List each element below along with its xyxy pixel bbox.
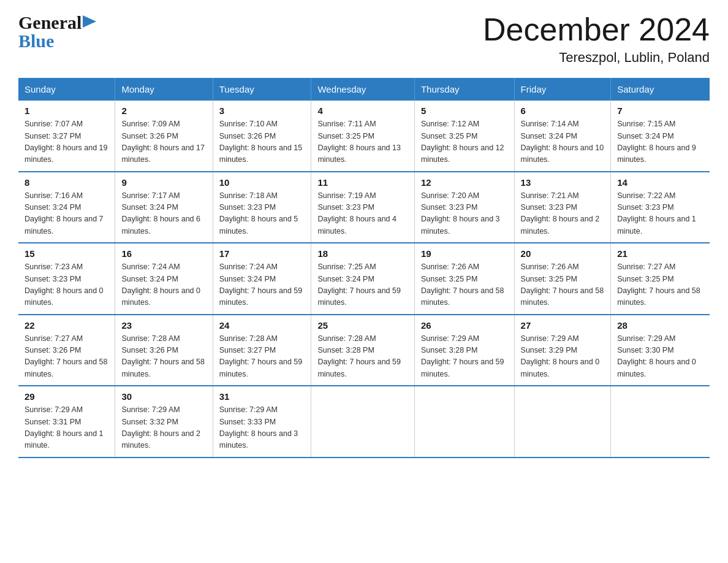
day-info: Sunrise: 7:07 AMSunset: 3:27 PMDaylight:…	[25, 118, 108, 166]
calendar-cell: 3Sunrise: 7:10 AMSunset: 3:26 PMDaylight…	[213, 101, 311, 172]
calendar-cell: 23Sunrise: 7:28 AMSunset: 3:26 PMDayligh…	[115, 315, 213, 386]
calendar-cell: 26Sunrise: 7:29 AMSunset: 3:28 PMDayligh…	[414, 315, 514, 386]
calendar-cell: 1Sunrise: 7:07 AMSunset: 3:27 PMDaylight…	[18, 101, 115, 172]
day-number: 16	[121, 248, 206, 259]
day-info: Sunrise: 7:14 AMSunset: 3:24 PMDaylight:…	[521, 118, 605, 166]
week-row-2: 8Sunrise: 7:16 AMSunset: 3:24 PMDaylight…	[18, 172, 710, 243]
day-info: Sunrise: 7:28 AMSunset: 3:27 PMDaylight:…	[219, 333, 305, 381]
calendar-cell	[514, 386, 611, 458]
calendar-cell: 12Sunrise: 7:20 AMSunset: 3:23 PMDayligh…	[414, 172, 514, 243]
calendar-cell: 9Sunrise: 7:17 AMSunset: 3:24 PMDaylight…	[115, 172, 213, 243]
calendar-cell: 29Sunrise: 7:29 AMSunset: 3:31 PMDayligh…	[18, 386, 115, 458]
day-number: 1	[25, 105, 108, 116]
day-number: 19	[421, 248, 508, 259]
col-thursday: Thursday	[414, 78, 514, 101]
day-number: 17	[219, 248, 305, 259]
col-sunday: Sunday	[18, 78, 115, 101]
day-number: 24	[219, 320, 305, 331]
day-number: 27	[521, 320, 605, 331]
day-info: Sunrise: 7:29 AMSunset: 3:33 PMDaylight:…	[219, 404, 305, 452]
week-row-1: 1Sunrise: 7:07 AMSunset: 3:27 PMDaylight…	[18, 101, 710, 172]
day-info: Sunrise: 7:09 AMSunset: 3:26 PMDaylight:…	[121, 118, 206, 166]
page-subtitle: Tereszpol, Lublin, Poland	[483, 50, 710, 66]
day-info: Sunrise: 7:10 AMSunset: 3:26 PMDaylight:…	[219, 118, 305, 166]
day-info: Sunrise: 7:29 AMSunset: 3:31 PMDaylight:…	[25, 404, 108, 452]
day-info: Sunrise: 7:21 AMSunset: 3:23 PMDaylight:…	[521, 190, 605, 238]
day-info: Sunrise: 7:16 AMSunset: 3:24 PMDaylight:…	[25, 190, 108, 238]
day-number: 15	[25, 248, 108, 259]
day-info: Sunrise: 7:11 AMSunset: 3:25 PMDaylight:…	[317, 118, 408, 166]
calendar-cell: 14Sunrise: 7:22 AMSunset: 3:23 PMDayligh…	[611, 172, 710, 243]
calendar-cell: 4Sunrise: 7:11 AMSunset: 3:25 PMDaylight…	[311, 101, 415, 172]
col-friday: Friday	[514, 78, 611, 101]
col-monday: Monday	[115, 78, 213, 101]
day-info: Sunrise: 7:29 AMSunset: 3:29 PMDaylight:…	[521, 333, 605, 381]
calendar-cell: 10Sunrise: 7:18 AMSunset: 3:23 PMDayligh…	[213, 172, 311, 243]
day-info: Sunrise: 7:29 AMSunset: 3:30 PMDaylight:…	[617, 333, 703, 381]
calendar-cell	[311, 386, 415, 458]
day-info: Sunrise: 7:26 AMSunset: 3:25 PMDaylight:…	[521, 261, 605, 309]
day-info: Sunrise: 7:27 AMSunset: 3:26 PMDaylight:…	[25, 333, 108, 381]
calendar-cell: 19Sunrise: 7:26 AMSunset: 3:25 PMDayligh…	[414, 243, 514, 315]
day-number: 29	[25, 391, 108, 402]
day-info: Sunrise: 7:29 AMSunset: 3:32 PMDaylight:…	[121, 404, 206, 452]
day-number: 2	[121, 105, 206, 116]
calendar-cell: 30Sunrise: 7:29 AMSunset: 3:32 PMDayligh…	[115, 386, 213, 458]
day-number: 7	[617, 105, 703, 116]
day-number: 25	[317, 320, 408, 331]
col-saturday: Saturday	[611, 78, 710, 101]
calendar-cell: 18Sunrise: 7:25 AMSunset: 3:24 PMDayligh…	[311, 243, 415, 315]
week-row-3: 15Sunrise: 7:23 AMSunset: 3:23 PMDayligh…	[18, 243, 710, 315]
col-tuesday: Tuesday	[213, 78, 311, 101]
day-number: 18	[317, 248, 408, 259]
day-number: 26	[421, 320, 508, 331]
day-number: 30	[121, 391, 206, 402]
day-info: Sunrise: 7:23 AMSunset: 3:23 PMDaylight:…	[25, 261, 108, 309]
week-row-5: 29Sunrise: 7:29 AMSunset: 3:31 PMDayligh…	[18, 386, 710, 458]
logo-arrow-icon	[83, 13, 96, 30]
day-number: 11	[317, 177, 408, 188]
day-info: Sunrise: 7:28 AMSunset: 3:26 PMDaylight:…	[121, 333, 206, 381]
day-number: 12	[421, 177, 508, 188]
day-number: 8	[25, 177, 108, 188]
logo-general-text: General	[18, 12, 82, 33]
calendar-cell: 13Sunrise: 7:21 AMSunset: 3:23 PMDayligh…	[514, 172, 611, 243]
day-number: 4	[317, 105, 408, 116]
day-info: Sunrise: 7:19 AMSunset: 3:23 PMDaylight:…	[317, 190, 408, 238]
day-info: Sunrise: 7:29 AMSunset: 3:28 PMDaylight:…	[421, 333, 508, 381]
day-info: Sunrise: 7:24 AMSunset: 3:24 PMDaylight:…	[219, 261, 305, 309]
calendar-cell: 5Sunrise: 7:12 AMSunset: 3:25 PMDaylight…	[414, 101, 514, 172]
page-header: General Blue December 2024 Tereszpol, Lu…	[18, 12, 710, 66]
calendar-cell: 31Sunrise: 7:29 AMSunset: 3:33 PMDayligh…	[213, 386, 311, 458]
day-number: 14	[617, 177, 703, 188]
calendar-cell: 11Sunrise: 7:19 AMSunset: 3:23 PMDayligh…	[311, 172, 415, 243]
day-number: 23	[121, 320, 206, 331]
day-info: Sunrise: 7:17 AMSunset: 3:24 PMDaylight:…	[121, 190, 206, 238]
calendar-cell: 2Sunrise: 7:09 AMSunset: 3:26 PMDaylight…	[115, 101, 213, 172]
page-title: December 2024	[483, 12, 710, 47]
day-info: Sunrise: 7:24 AMSunset: 3:24 PMDaylight:…	[121, 261, 206, 309]
day-number: 5	[421, 105, 508, 116]
logo-blue-text: Blue	[18, 31, 54, 52]
calendar-table: SundayMondayTuesdayWednesdayThursdayFrid…	[18, 78, 710, 458]
day-number: 9	[121, 177, 206, 188]
calendar-cell: 25Sunrise: 7:28 AMSunset: 3:28 PMDayligh…	[311, 315, 415, 386]
day-number: 28	[617, 320, 703, 331]
day-number: 13	[521, 177, 605, 188]
day-info: Sunrise: 7:27 AMSunset: 3:25 PMDaylight:…	[617, 261, 703, 309]
calendar-cell: 21Sunrise: 7:27 AMSunset: 3:25 PMDayligh…	[611, 243, 710, 315]
day-info: Sunrise: 7:22 AMSunset: 3:23 PMDaylight:…	[617, 190, 703, 238]
day-number: 3	[219, 105, 305, 116]
day-number: 20	[521, 248, 605, 259]
calendar-cell	[611, 386, 710, 458]
calendar-cell: 8Sunrise: 7:16 AMSunset: 3:24 PMDaylight…	[18, 172, 115, 243]
day-info: Sunrise: 7:26 AMSunset: 3:25 PMDaylight:…	[421, 261, 508, 309]
svg-marker-0	[83, 15, 96, 28]
week-row-4: 22Sunrise: 7:27 AMSunset: 3:26 PMDayligh…	[18, 315, 710, 386]
calendar-cell: 16Sunrise: 7:24 AMSunset: 3:24 PMDayligh…	[115, 243, 213, 315]
day-info: Sunrise: 7:28 AMSunset: 3:28 PMDaylight:…	[317, 333, 408, 381]
calendar-cell: 17Sunrise: 7:24 AMSunset: 3:24 PMDayligh…	[213, 243, 311, 315]
calendar-cell: 7Sunrise: 7:15 AMSunset: 3:24 PMDaylight…	[611, 101, 710, 172]
day-info: Sunrise: 7:25 AMSunset: 3:24 PMDaylight:…	[317, 261, 408, 309]
title-block: December 2024 Tereszpol, Lublin, Poland	[483, 12, 710, 66]
